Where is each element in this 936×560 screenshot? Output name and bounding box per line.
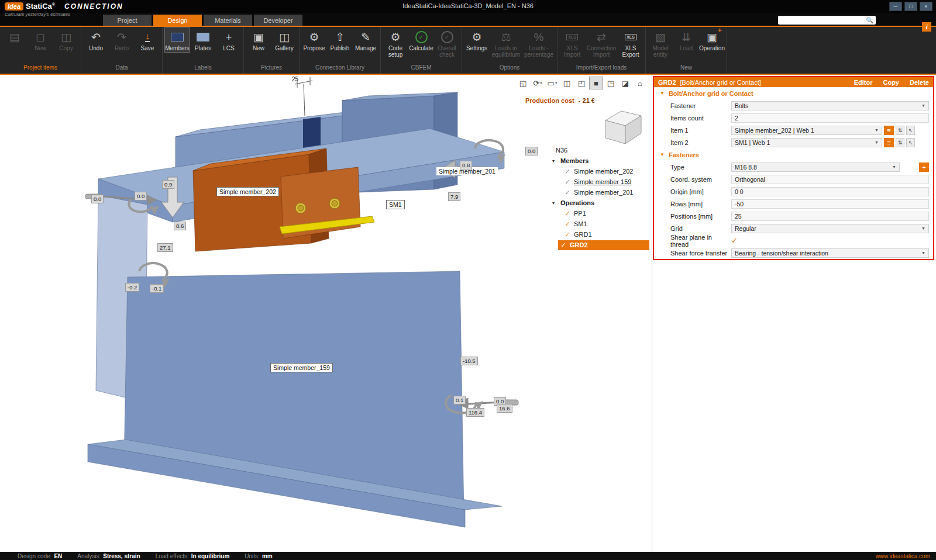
checkbox-icon[interactable]: ✓ (564, 220, 571, 228)
checkbox-icon[interactable]: ✓ (564, 168, 571, 175)
shear-plane-checkbox[interactable]: ✓ (731, 236, 738, 245)
xls-export-button[interactable]: XLS XLS Export (618, 28, 643, 58)
clip-plane-button[interactable]: ◫ (560, 77, 573, 89)
connection-import-button[interactable]: ⇄ Connection Import (586, 28, 617, 58)
delete-operation-button[interactable]: Delete (910, 79, 929, 86)
bolt-type-dropdown[interactable]: M16 8.8▼ (731, 163, 900, 172)
origin-input[interactable]: 0 0 (731, 187, 929, 196)
member-159-label[interactable]: Simple member_159 (270, 363, 333, 372)
grid-dropdown[interactable]: Regular▼ (731, 224, 929, 233)
gallery-button[interactable]: ◫ Gallery (272, 28, 297, 52)
tab-design[interactable]: Design (153, 15, 202, 26)
tree-expand-icon[interactable]: ▾ (552, 158, 558, 164)
undo-button[interactable]: ↶ Undo (84, 28, 108, 52)
overall-check-button[interactable]: ✓ Overall check (435, 28, 459, 58)
tab-developer[interactable]: Developer (254, 15, 302, 26)
tree-item-grd2-selected[interactable]: ✓ GRD2 (549, 240, 649, 250)
model-entity-button[interactable]: ▧ Model entity (648, 28, 673, 58)
view-top-button[interactable]: ◳ (604, 77, 617, 89)
view-front-button[interactable]: ◰ (575, 77, 588, 89)
tree-item-grd1[interactable]: ✓ GRD1 (549, 229, 649, 240)
item-2-dropdown[interactable]: SM1 | Web 1▼ (731, 138, 882, 147)
rows-input[interactable]: -50 (731, 199, 929, 209)
chevron-down-icon: ▼ (872, 128, 879, 132)
ribbon-group-new: ▧ Model entity ⇊ Load ▣ Operation New (646, 27, 727, 74)
manage-button[interactable]: ✎ Manage (353, 28, 378, 52)
render-mode-button[interactable]: ◪ (619, 77, 632, 89)
tree-item-member-159[interactable]: ✓ Simple member 159 (549, 177, 649, 187)
tree-expand-icon[interactable]: ▾ (552, 201, 558, 206)
xls-import-button[interactable]: XLS XLS Import (560, 28, 584, 58)
checkbox-icon[interactable]: ✓ (564, 189, 571, 196)
load-value: 0.0 (525, 147, 538, 155)
copy-operation-button[interactable]: Copy (883, 79, 899, 86)
info-button[interactable]: i (922, 22, 931, 32)
tree-group-members[interactable]: ▾ Members (549, 155, 649, 166)
copy-project-item-button[interactable]: ◫ Copy (54, 28, 78, 52)
member-202-label[interactable]: Simple member_202 (216, 187, 279, 196)
editor-button[interactable]: Editor (854, 79, 873, 86)
item-1-detail-button[interactable]: ≡ (884, 126, 894, 135)
sm1-label[interactable]: SM1 (386, 200, 405, 209)
load-button[interactable]: ⇊ Load (674, 28, 698, 52)
settings-button[interactable]: ⚙ Settings (464, 28, 489, 52)
tree-item-member-201[interactable]: ✓ Simple member_201 (549, 187, 649, 198)
checkbox-icon[interactable]: ✓ (564, 231, 571, 238)
calculate-button[interactable]: ✓ Calculate (409, 28, 433, 52)
fit-view-button[interactable]: ◱ (517, 77, 529, 89)
project-item-button[interactable]: ▤ (2, 28, 27, 46)
section-bolt-anchor-grid[interactable]: ▼ Bolt/Anchor grid or Contact (654, 87, 933, 99)
operation-button[interactable]: ▣ Operation (700, 28, 724, 52)
code-setup-button[interactable]: ⚙ Code setup (383, 28, 408, 58)
home-view-button[interactable]: ⌂ (634, 77, 646, 89)
loads-in-equilibrium-button[interactable]: ⚖ Loads in equilibrium (490, 28, 522, 58)
section-fasteners[interactable]: ▼ Fasteners (654, 148, 933, 161)
percent-icon: % (534, 30, 544, 44)
minimize-button[interactable]: ─ (889, 2, 902, 11)
tree-item-pp1[interactable]: ✓ PP1 (549, 208, 649, 219)
close-button[interactable]: × (920, 2, 932, 11)
items-count-input[interactable]: 2 (731, 113, 929, 123)
3d-viewport[interactable]: ◱ ⟳▾ ▭▾ ◫ ◰ ■ ◳ ◪ ⌂ Production cost - 21… (0, 75, 651, 552)
item-2-detail-button[interactable]: ≡ (884, 138, 894, 147)
members-labels-button[interactable]: Members (165, 28, 190, 52)
tab-materials[interactable]: Materials (204, 15, 252, 26)
item-1-pick-button[interactable]: ↖ (906, 126, 915, 135)
redo-button[interactable]: ↷ Redo (109, 28, 134, 52)
new-picture-button[interactable]: ▣ New (246, 28, 271, 52)
fastener-dropdown[interactable]: Bolts▼ (731, 101, 929, 110)
collapse-icon[interactable]: ▼ (660, 91, 665, 96)
website-link[interactable]: www.ideastatica.com (876, 553, 930, 559)
positions-input[interactable]: 25 (731, 212, 929, 221)
new-project-item-button[interactable]: ◻ New (28, 28, 53, 52)
add-bolt-type-button[interactable]: + (919, 163, 929, 172)
loads-percentage-button[interactable]: % Loads - percentage (523, 28, 555, 58)
view-iso-button[interactable]: ■ (590, 77, 603, 89)
lcs-labels-button[interactable]: + LCS (216, 28, 241, 52)
ribbon-group-data: ↶ Undo ↷ Redo ↓ Save Data (81, 27, 163, 74)
selection-mode-button[interactable]: ▭▾ (546, 77, 559, 89)
chevron-down-icon: ▼ (890, 165, 896, 169)
rotate-view-button[interactable]: ⟳▾ (531, 77, 544, 89)
tree-group-operations[interactable]: ▾ Operations (549, 198, 649, 208)
maximize-button[interactable]: □ (904, 2, 917, 11)
plates-labels-button[interactable]: Plates (191, 28, 215, 52)
search-input[interactable] (778, 17, 866, 23)
checkbox-icon[interactable]: ✓ (560, 241, 567, 249)
item-1-dropdown[interactable]: Simple member_202 | Web 1▼ (731, 126, 882, 135)
shear-force-dropdown[interactable]: Bearing - tension/shear interaction▼ (731, 248, 929, 258)
tree-node-n36[interactable]: N36 (549, 145, 649, 155)
item-1-swap-button[interactable]: ⇅ (896, 126, 904, 135)
coord-system-field[interactable]: Orthogonal (731, 175, 929, 184)
propose-button[interactable]: ⚙ Propose (302, 28, 326, 52)
tree-item-sm1[interactable]: ✓ SM1 (549, 219, 649, 229)
item-2-swap-button[interactable]: ⇅ (896, 138, 904, 147)
publish-button[interactable]: ⇧ Publish (328, 28, 352, 52)
checkbox-icon[interactable]: ✓ (564, 210, 571, 217)
item-2-pick-button[interactable]: ↖ (906, 138, 915, 147)
collapse-icon[interactable]: ▼ (660, 152, 665, 157)
navigation-cube[interactable] (605, 111, 641, 144)
checkbox-icon[interactable]: ✓ (564, 178, 571, 186)
tree-item-member-202[interactable]: ✓ Simple member_202 (549, 166, 649, 177)
save-button[interactable]: ↓ Save (135, 28, 160, 52)
